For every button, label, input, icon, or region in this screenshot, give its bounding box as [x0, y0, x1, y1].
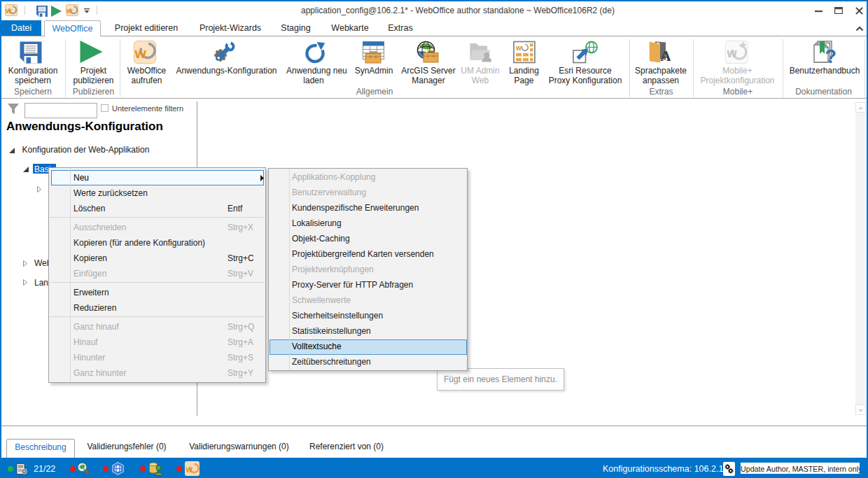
svg-text:w: w [66, 6, 73, 15]
svg-text:w: w [186, 465, 193, 475]
svg-text:A: A [660, 47, 671, 64]
svg-text:w: w [726, 46, 737, 60]
svg-text:w: w [5, 6, 12, 15]
svg-text:w: w [134, 45, 146, 61]
svg-text:?: ? [825, 46, 837, 64]
svg-text:w: w [515, 44, 522, 52]
